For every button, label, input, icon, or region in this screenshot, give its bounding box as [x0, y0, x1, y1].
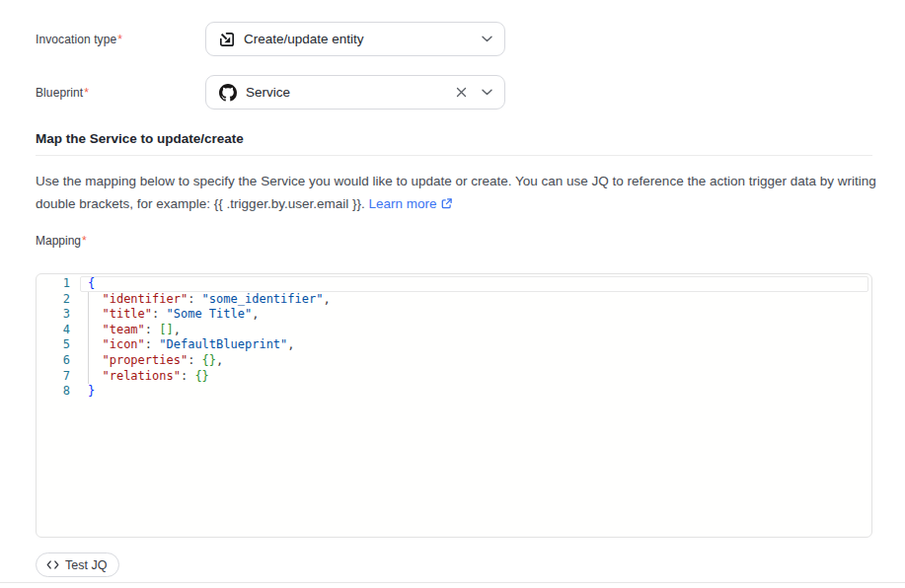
mapping-field-label: Mapping* [36, 234, 87, 248]
code-line[interactable]: 7 "relations": {} [37, 369, 871, 385]
line-number: 4 [37, 323, 70, 338]
clear-icon[interactable] [454, 85, 469, 100]
code-line[interactable]: 3 "title": "Some Title", [37, 307, 871, 323]
blueprint-label: Blueprint* [36, 86, 205, 100]
blueprint-value: Service [246, 85, 445, 100]
code-line[interactable]: 8} [37, 384, 871, 400]
line-number: 6 [37, 353, 70, 369]
chevron-down-icon[interactable] [482, 89, 492, 96]
line-number: 3 [37, 307, 70, 323]
code-line[interactable]: 2 "identifier": "some_identifier", [37, 292, 871, 308]
blueprint-select[interactable]: Service [205, 75, 505, 110]
test-jq-button[interactable]: Test JQ [36, 552, 119, 577]
create-update-entity-icon [219, 32, 235, 47]
required-asterisk: * [117, 33, 122, 46]
code-brackets-icon [46, 560, 59, 569]
learn-more-label: Learn more [368, 196, 436, 211]
chevron-down-icon[interactable] [482, 36, 492, 42]
mapping-description-text: Use the mapping below to specify the Ser… [36, 174, 876, 211]
line-number: 2 [37, 292, 70, 308]
code-line[interactable]: 1{ [37, 276, 871, 292]
line-number: 7 [37, 369, 70, 385]
invocation-type-row: Invocation type* Create/update entity [36, 22, 872, 56]
bottom-divider [0, 582, 905, 583]
line-number: 5 [37, 337, 70, 353]
code-editor-lines: 1{2 "identifier": "some_identifier",3 "t… [37, 274, 871, 400]
invocation-type-label: Invocation type* [36, 33, 205, 46]
invocation-type-select[interactable]: Create/update entity [205, 22, 505, 56]
code-line[interactable]: 4 "team": [], [37, 323, 871, 338]
test-jq-label: Test JQ [65, 558, 107, 572]
blueprint-label-text: Blueprint [36, 86, 83, 100]
mapping-code-editor[interactable]: 1{2 "identifier": "some_identifier",3 "t… [36, 273, 872, 538]
required-asterisk: * [82, 234, 87, 248]
github-icon [219, 84, 237, 102]
required-asterisk: * [84, 86, 89, 100]
mapping-description: Use the mapping below to specify the Ser… [36, 170, 876, 217]
invocation-type-label-text: Invocation type [36, 33, 116, 46]
line-number: 1 [37, 276, 70, 292]
line-number: 8 [37, 384, 70, 400]
learn-more-link[interactable]: Learn more [368, 196, 452, 211]
mapping-label-text: Mapping [36, 234, 81, 248]
invocation-type-value: Create/update entity [244, 32, 473, 46]
blueprint-row: Blueprint* Service [36, 75, 872, 110]
section-divider [36, 155, 872, 156]
code-line[interactable]: 5 "icon": "DefaultBlueprint", [37, 337, 871, 353]
section-title: Map the Service to update/create [36, 131, 244, 146]
external-link-icon [440, 198, 453, 213]
code-line[interactable]: 6 "properties": {}, [37, 353, 871, 369]
